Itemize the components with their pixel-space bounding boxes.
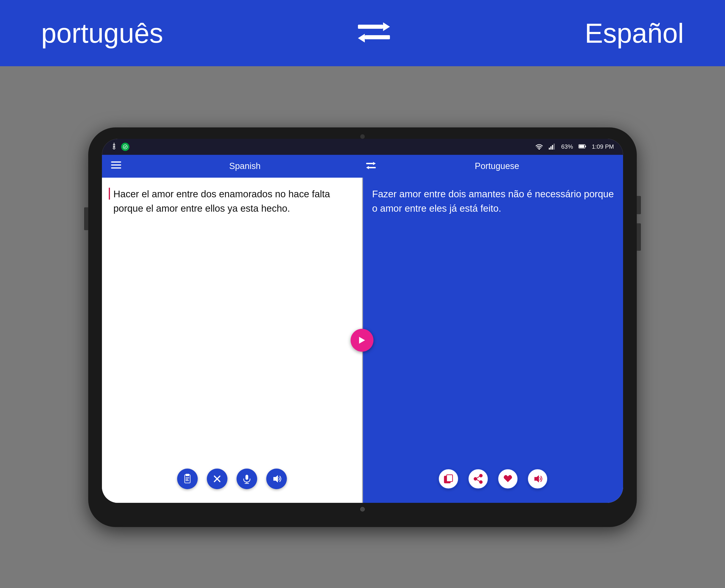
svg-point-35 [480, 474, 482, 477]
notification-icon [121, 143, 129, 151]
share-button[interactable] [468, 468, 488, 489]
svg-rect-23 [186, 478, 189, 478]
tablet-bottom [102, 503, 623, 516]
svg-rect-12 [579, 145, 584, 148]
svg-point-37 [474, 478, 477, 480]
tablet-device: 63% 1:09 PM [88, 127, 637, 527]
source-language-label: Spanish [229, 161, 261, 171]
svg-rect-2 [365, 35, 390, 39]
svg-rect-8 [550, 146, 551, 150]
clear-button[interactable] [207, 468, 227, 489]
svg-point-6 [539, 148, 540, 150]
target-language-label: Portuguese [475, 161, 519, 171]
svg-rect-19 [369, 167, 376, 168]
top-banner: português Español [0, 0, 725, 66]
status-bar-right: 63% 1:09 PM [535, 143, 614, 150]
tablet-wrapper: 63% 1:09 PM [0, 66, 725, 588]
home-indicator[interactable] [360, 507, 365, 511]
app-bar-source[interactable]: Spanish [128, 161, 362, 171]
favorite-button[interactable] [498, 468, 518, 489]
svg-line-39 [477, 480, 480, 481]
tablet-side-button-left [84, 207, 88, 230]
svg-rect-25 [186, 480, 189, 481]
svg-marker-1 [383, 22, 390, 31]
banner-swap-icon[interactable] [356, 21, 392, 46]
svg-marker-3 [358, 34, 365, 42]
svg-rect-15 [111, 164, 121, 166]
source-text[interactable]: Hacer el amor entre dos enamorados no ha… [111, 187, 353, 215]
svg-rect-14 [111, 162, 121, 163]
menu-button[interactable] [111, 161, 121, 171]
target-panel: Fazer amor entre dois amantes não é nece… [363, 178, 623, 503]
target-speaker-button[interactable] [527, 468, 548, 489]
battery-icon [579, 144, 586, 150]
svg-point-4 [113, 147, 115, 149]
svg-rect-22 [186, 474, 189, 476]
svg-marker-31 [274, 475, 278, 483]
source-actions [111, 462, 353, 494]
svg-line-38 [477, 476, 480, 478]
svg-rect-13 [585, 146, 586, 147]
svg-rect-17 [366, 163, 373, 164]
status-bar-left [111, 142, 129, 151]
svg-rect-9 [552, 145, 553, 150]
banner-target-language[interactable]: Español [585, 17, 684, 49]
svg-marker-18 [373, 162, 376, 165]
svg-rect-28 [245, 475, 248, 480]
svg-rect-0 [358, 25, 383, 29]
tablet-side-button-right-top [637, 196, 641, 214]
source-text-container[interactable]: Hacer el amor entre dos enamorados no ha… [111, 187, 353, 462]
svg-rect-7 [549, 148, 550, 150]
svg-rect-10 [553, 144, 555, 150]
translate-button[interactable] [350, 329, 374, 352]
status-time: 1:09 PM [592, 143, 614, 150]
svg-marker-32 [359, 337, 365, 344]
svg-rect-34 [447, 475, 452, 482]
svg-rect-24 [186, 479, 188, 480]
svg-marker-20 [366, 166, 369, 169]
svg-point-36 [480, 481, 482, 483]
tablet-side-button-right-bottom [637, 223, 641, 251]
content-area: Hacer el amor entre dos enamorados no ha… [102, 178, 623, 503]
app-bar-swap-button[interactable] [362, 161, 380, 172]
copy-button[interactable] [438, 468, 459, 489]
battery-percent: 63% [561, 143, 573, 150]
signal-icon [549, 143, 556, 150]
source-speaker-button[interactable] [266, 468, 287, 489]
app-bar: Spanish Portuguese [102, 155, 623, 178]
source-panel: Hacer el amor entre dos enamorados no ha… [102, 178, 362, 503]
app-bar-target[interactable]: Portuguese [380, 161, 614, 171]
target-text[interactable]: Fazer amor entre dois amantes não é nece… [372, 187, 614, 462]
usb-icon [111, 142, 118, 151]
wifi-icon [535, 143, 543, 150]
status-bar: 63% 1:09 PM [102, 139, 623, 155]
tablet-camera [360, 134, 365, 139]
tablet-screen: 63% 1:09 PM [102, 139, 623, 503]
svg-marker-40 [535, 475, 539, 483]
banner-source-language[interactable]: português [41, 17, 163, 49]
svg-rect-16 [111, 167, 121, 169]
target-actions [372, 462, 614, 494]
clipboard-button[interactable] [177, 468, 198, 489]
microphone-button[interactable] [237, 468, 257, 489]
